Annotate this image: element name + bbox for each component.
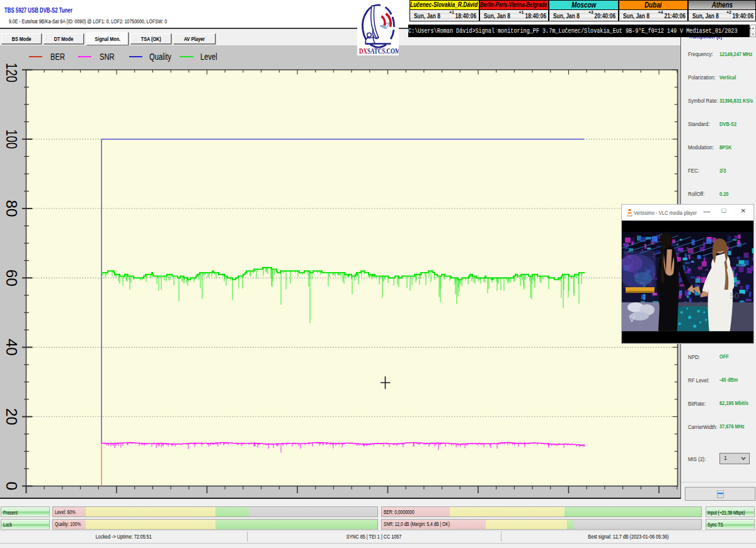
svg-text:120: 120 xyxy=(3,63,20,83)
svg-text:60: 60 xyxy=(3,270,20,287)
svg-text:40: 40 xyxy=(3,339,20,356)
svg-text:80: 80 xyxy=(3,200,20,217)
svg-text:100: 100 xyxy=(3,129,20,149)
svg-text:DXSATCS.COM: DXSATCS.COM xyxy=(359,46,399,55)
svg-text:0: 0 xyxy=(3,482,20,491)
svg-text:50: 50 xyxy=(730,291,738,300)
svg-text:V: V xyxy=(628,313,634,324)
svg-text:20: 20 xyxy=(3,408,20,425)
